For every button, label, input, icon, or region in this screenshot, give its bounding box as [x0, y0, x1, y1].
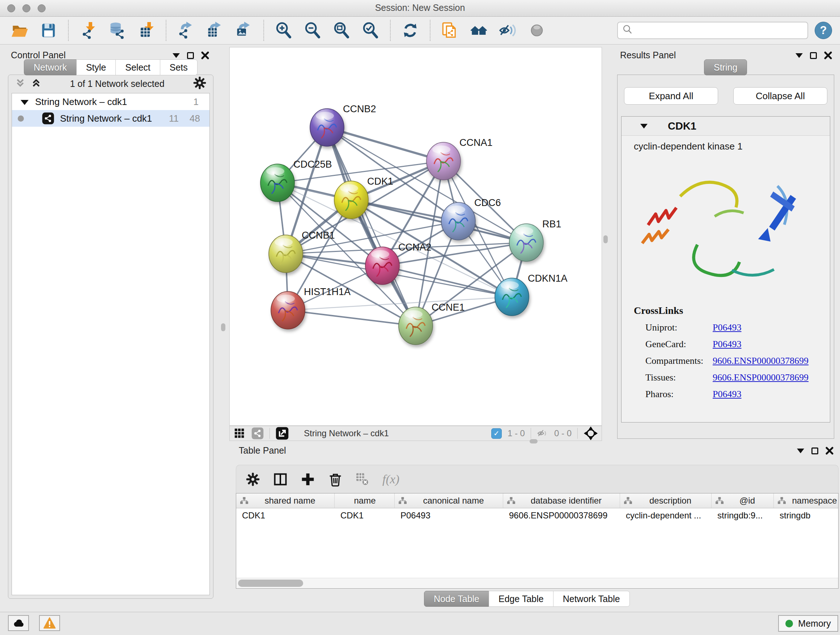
left-splitter-handle[interactable] [221, 323, 225, 331]
help-button[interactable]: ? [815, 22, 832, 39]
crosslink-link[interactable]: 9606.ENSP00000378699 [713, 372, 808, 383]
add-column-icon[interactable] [301, 472, 315, 486]
import-table-file-icon[interactable] [137, 21, 156, 40]
tab-select[interactable]: Select [115, 59, 160, 75]
scrollbar-thumb[interactable] [238, 580, 303, 587]
table-cell[interactable]: stringdb [774, 508, 838, 523]
table-cell[interactable]: CDK1 [236, 508, 335, 523]
columns-icon[interactable] [273, 472, 287, 486]
memory-button[interactable]: Memory [778, 615, 838, 632]
tab-style[interactable]: Style [76, 59, 116, 75]
column-header-database-identifier[interactable]: database identifier [503, 494, 620, 508]
tab-sets[interactable]: Sets [160, 59, 197, 75]
control-panel-title: Control Panel [11, 50, 65, 60]
network-node-ccne1[interactable] [399, 307, 433, 345]
zoom-out-icon[interactable] [303, 21, 322, 40]
crosslink-link[interactable]: P06493 [713, 389, 741, 399]
column-header-@id[interactable]: @id [712, 494, 774, 508]
import-network-database-icon[interactable] [108, 21, 126, 40]
shared-column-icon [715, 497, 724, 505]
share-icon[interactable] [251, 427, 264, 440]
export-image-icon[interactable] [234, 21, 253, 40]
tab-node-table[interactable]: Node Table [424, 591, 489, 607]
bottom-splitter-handle[interactable] [530, 439, 538, 443]
crosslink-link[interactable]: 9606.ENSP00000378699 [713, 356, 808, 366]
network-node-cdc6[interactable] [441, 203, 475, 240]
zoom-selected-icon[interactable] [361, 21, 380, 40]
close-panel-icon[interactable] [201, 51, 209, 59]
tab-string[interactable]: String [704, 59, 747, 75]
node-details-header[interactable]: CDK1 [622, 117, 830, 136]
network-view-canvas[interactable]: CCNB2 CCNA1 CDC25B CDK1 CDC6 RB1 CCNB1 C… [229, 47, 602, 426]
panel-menu-icon[interactable] [172, 53, 180, 58]
expand-all-networks-icon[interactable] [31, 78, 42, 90]
collapse-all-networks-icon[interactable] [15, 78, 26, 90]
gear-icon[interactable] [246, 472, 260, 486]
network-node-ccna1[interactable] [426, 142, 461, 180]
column-header-description[interactable]: description [620, 494, 712, 508]
warnings-button[interactable] [39, 615, 60, 631]
tab-edge-table[interactable]: Edge Table [489, 591, 554, 607]
export-table-icon[interactable] [205, 21, 224, 40]
network-node-hist1h1a[interactable] [271, 291, 305, 329]
float-panel-icon[interactable] [812, 448, 818, 454]
close-panel-icon[interactable] [826, 447, 834, 455]
cloud-button[interactable] [8, 615, 29, 631]
delete-column-icon[interactable] [328, 472, 343, 486]
network-collection-row[interactable]: String Network – cdk1 1 [12, 93, 210, 110]
selected-checkbox[interactable]: ✓ [491, 428, 502, 439]
column-header-canonical-name[interactable]: canonical name [395, 494, 503, 508]
apply-layout-icon[interactable] [401, 21, 420, 40]
search-box[interactable] [617, 22, 808, 39]
network-node-ccna2[interactable] [365, 247, 399, 285]
hidden-eye-wave-icon[interactable] [499, 21, 517, 40]
network-graph[interactable]: CCNB2 CCNA1 CDC25B CDK1 CDC6 RB1 CCNB1 C… [230, 48, 602, 425]
table-cell[interactable]: stringdb:9... [712, 508, 774, 523]
table-cell[interactable]: CDK1 [335, 508, 395, 523]
collapse-all-button[interactable]: Collapse All [733, 87, 827, 105]
column-header-namespace[interactable]: namespace [774, 494, 838, 508]
network-row[interactable]: String Network – cdk1 11 48 [12, 110, 210, 127]
float-panel-icon[interactable] [187, 52, 194, 59]
network-node-cdc25b[interactable] [261, 164, 294, 202]
function-icon: f(x) [382, 472, 399, 486]
crosslink-link[interactable]: P06493 [713, 339, 741, 349]
table-horizontal-scrollbar[interactable] [236, 578, 838, 588]
open-in-new-icon[interactable] [276, 427, 289, 440]
save-session-icon[interactable] [39, 21, 58, 40]
close-panel-icon[interactable] [824, 51, 832, 59]
network-node-ccnb1[interactable] [269, 235, 303, 272]
section-expander-icon[interactable] [640, 124, 647, 128]
panel-menu-icon[interactable] [796, 53, 803, 58]
tab-network[interactable]: Network [24, 59, 77, 75]
table-cell[interactable]: P06493 [395, 508, 503, 523]
tab-network-table[interactable]: Network Table [553, 591, 630, 607]
network-node-rb1[interactable] [509, 224, 543, 261]
network-options-gear-icon[interactable] [193, 76, 207, 91]
collection-expander-icon[interactable] [21, 100, 28, 105]
table-cell[interactable]: cyclin-dependent ... [620, 508, 712, 523]
double-home-icon[interactable] [470, 21, 488, 40]
column-header-name[interactable]: name [335, 494, 395, 508]
expand-all-button[interactable]: Expand All [624, 87, 718, 105]
network-node-cdkn1a[interactable] [495, 278, 529, 316]
panel-menu-icon[interactable] [797, 448, 804, 453]
float-panel-icon[interactable] [810, 52, 817, 59]
crosslink-link[interactable]: P06493 [713, 322, 741, 333]
birdseye-icon[interactable] [584, 426, 598, 440]
table-cell[interactable]: 9606.ENSP00000378699 [503, 508, 620, 523]
grid-icon[interactable] [233, 427, 246, 440]
search-input[interactable] [637, 25, 803, 36]
gray-sphere-icon[interactable] [527, 21, 546, 40]
network-node-cdk1[interactable] [334, 181, 368, 219]
zoom-in-icon[interactable] [274, 21, 293, 40]
stringapp-document-icon[interactable] [441, 21, 459, 40]
open-session-icon[interactable] [10, 21, 29, 40]
export-network-icon[interactable] [177, 21, 195, 40]
zoom-fit-icon[interactable] [332, 21, 351, 40]
shared-column-icon [507, 497, 515, 505]
import-network-file-icon[interactable] [79, 21, 98, 40]
column-header-shared-name[interactable]: shared name [236, 494, 335, 508]
right-splitter-handle[interactable] [603, 235, 608, 243]
network-node-ccnb2[interactable] [310, 109, 344, 146]
